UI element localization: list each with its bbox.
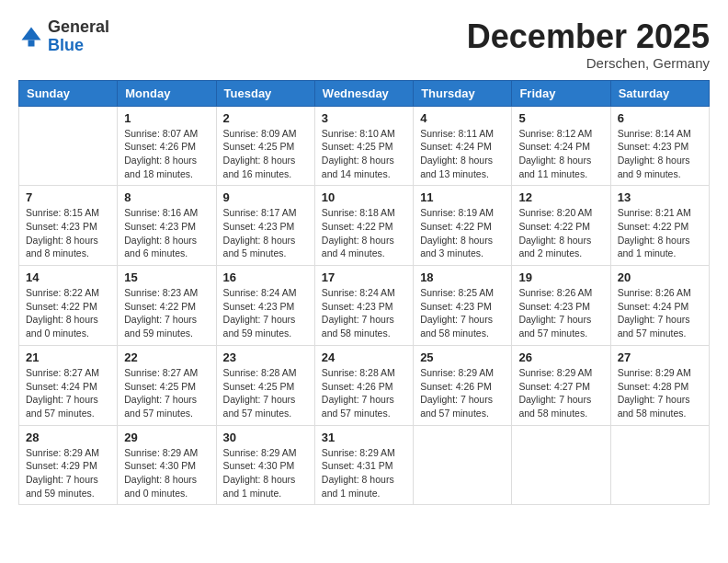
calendar-cell: 16Sunrise: 8:24 AM Sunset: 4:23 PM Dayli…	[216, 266, 314, 346]
day-info: Sunrise: 8:28 AM Sunset: 4:25 PM Dayligh…	[223, 366, 308, 420]
calendar-cell	[414, 425, 512, 505]
calendar-cell: 10Sunrise: 8:18 AM Sunset: 4:22 PM Dayli…	[314, 186, 413, 266]
calendar-cell: 29Sunrise: 8:29 AM Sunset: 4:30 PM Dayli…	[118, 425, 216, 505]
weekday-header-tuesday: Tuesday	[216, 80, 314, 106]
calendar-cell	[610, 425, 709, 505]
day-number: 19	[518, 270, 603, 284]
month-title: December 2025	[467, 18, 710, 55]
day-info: Sunrise: 8:20 AM Sunset: 4:22 PM Dayligh…	[518, 206, 603, 260]
calendar-week-row: 7Sunrise: 8:15 AM Sunset: 4:23 PM Daylig…	[19, 186, 710, 266]
day-info: Sunrise: 8:07 AM Sunset: 4:26 PM Dayligh…	[124, 127, 209, 181]
calendar-cell: 26Sunrise: 8:29 AM Sunset: 4:27 PM Dayli…	[512, 345, 610, 425]
day-number: 1	[124, 111, 209, 125]
day-info: Sunrise: 8:10 AM Sunset: 4:25 PM Dayligh…	[322, 127, 406, 181]
day-number: 4	[420, 111, 505, 125]
calendar-cell: 30Sunrise: 8:29 AM Sunset: 4:30 PM Dayli…	[216, 425, 314, 505]
page-header: General Blue December 2025 Derschen, Ger…	[18, 18, 710, 71]
calendar-cell: 20Sunrise: 8:26 AM Sunset: 4:24 PM Dayli…	[610, 266, 709, 346]
calendar-cell: 22Sunrise: 8:27 AM Sunset: 4:25 PM Dayli…	[118, 345, 216, 425]
weekday-header-thursday: Thursday	[414, 80, 512, 106]
weekday-header-saturday: Saturday	[610, 80, 709, 106]
day-info: Sunrise: 8:09 AM Sunset: 4:25 PM Dayligh…	[223, 127, 308, 181]
day-info: Sunrise: 8:29 AM Sunset: 4:30 PM Dayligh…	[223, 446, 308, 500]
day-info: Sunrise: 8:28 AM Sunset: 4:26 PM Dayligh…	[322, 366, 406, 420]
calendar-cell: 7Sunrise: 8:15 AM Sunset: 4:23 PM Daylig…	[19, 186, 118, 266]
day-number: 21	[26, 350, 110, 364]
day-info: Sunrise: 8:14 AM Sunset: 4:23 PM Dayligh…	[618, 127, 702, 181]
calendar-cell	[19, 106, 118, 186]
calendar-cell: 3Sunrise: 8:10 AM Sunset: 4:25 PM Daylig…	[314, 106, 413, 186]
day-info: Sunrise: 8:26 AM Sunset: 4:23 PM Dayligh…	[518, 286, 603, 340]
day-info: Sunrise: 8:15 AM Sunset: 4:23 PM Dayligh…	[26, 206, 110, 260]
day-info: Sunrise: 8:17 AM Sunset: 4:23 PM Dayligh…	[223, 206, 308, 260]
day-number: 6	[618, 111, 702, 125]
location: Derschen, Germany	[467, 55, 710, 71]
day-number: 22	[124, 350, 209, 364]
day-number: 16	[223, 270, 308, 284]
day-info: Sunrise: 8:16 AM Sunset: 4:23 PM Dayligh…	[124, 206, 209, 260]
calendar-cell: 1Sunrise: 8:07 AM Sunset: 4:26 PM Daylig…	[118, 106, 216, 186]
day-info: Sunrise: 8:29 AM Sunset: 4:27 PM Dayligh…	[518, 366, 603, 420]
day-info: Sunrise: 8:24 AM Sunset: 4:23 PM Dayligh…	[322, 286, 406, 340]
logo: General Blue	[18, 18, 109, 55]
calendar-cell: 14Sunrise: 8:22 AM Sunset: 4:22 PM Dayli…	[19, 266, 118, 346]
day-number: 18	[420, 270, 505, 284]
day-number: 7	[26, 190, 110, 204]
day-number: 20	[618, 270, 702, 284]
day-number: 25	[420, 350, 505, 364]
day-info: Sunrise: 8:27 AM Sunset: 4:24 PM Dayligh…	[26, 366, 110, 420]
calendar-cell: 9Sunrise: 8:17 AM Sunset: 4:23 PM Daylig…	[216, 186, 314, 266]
calendar-cell	[512, 425, 610, 505]
day-number: 31	[322, 431, 406, 444]
weekday-header-wednesday: Wednesday	[314, 80, 413, 106]
logo-blue: Blue	[48, 36, 84, 54]
day-number: 30	[223, 431, 308, 444]
day-number: 2	[223, 111, 308, 125]
day-number: 5	[518, 111, 603, 125]
day-number: 23	[223, 350, 308, 364]
weekday-header-friday: Friday	[512, 80, 610, 106]
calendar-cell: 21Sunrise: 8:27 AM Sunset: 4:24 PM Dayli…	[19, 345, 118, 425]
day-number: 29	[124, 431, 209, 444]
calendar-cell: 12Sunrise: 8:20 AM Sunset: 4:22 PM Dayli…	[512, 186, 610, 266]
title-area: December 2025 Derschen, Germany	[467, 18, 710, 71]
logo-general: General	[48, 17, 109, 36]
calendar-cell: 19Sunrise: 8:26 AM Sunset: 4:23 PM Dayli…	[512, 266, 610, 346]
day-number: 9	[223, 190, 308, 204]
day-info: Sunrise: 8:25 AM Sunset: 4:23 PM Dayligh…	[420, 286, 505, 340]
svg-marker-0	[22, 27, 41, 40]
calendar: SundayMondayTuesdayWednesdayThursdayFrid…	[18, 80, 710, 506]
day-number: 14	[26, 270, 110, 284]
day-number: 24	[322, 350, 406, 364]
day-info: Sunrise: 8:29 AM Sunset: 4:28 PM Dayligh…	[618, 366, 702, 420]
calendar-cell: 6Sunrise: 8:14 AM Sunset: 4:23 PM Daylig…	[610, 106, 709, 186]
calendar-cell: 31Sunrise: 8:29 AM Sunset: 4:31 PM Dayli…	[314, 425, 413, 505]
calendar-cell: 18Sunrise: 8:25 AM Sunset: 4:23 PM Dayli…	[414, 266, 512, 346]
calendar-week-row: 14Sunrise: 8:22 AM Sunset: 4:22 PM Dayli…	[19, 266, 710, 346]
logo-icon	[18, 24, 44, 50]
day-info: Sunrise: 8:29 AM Sunset: 4:30 PM Dayligh…	[124, 446, 209, 500]
day-info: Sunrise: 8:19 AM Sunset: 4:22 PM Dayligh…	[420, 206, 505, 260]
day-info: Sunrise: 8:23 AM Sunset: 4:22 PM Dayligh…	[124, 286, 209, 340]
day-info: Sunrise: 8:26 AM Sunset: 4:24 PM Dayligh…	[618, 286, 702, 340]
day-info: Sunrise: 8:12 AM Sunset: 4:24 PM Dayligh…	[518, 127, 603, 181]
calendar-week-row: 28Sunrise: 8:29 AM Sunset: 4:29 PM Dayli…	[19, 425, 710, 505]
calendar-cell: 8Sunrise: 8:16 AM Sunset: 4:23 PM Daylig…	[118, 186, 216, 266]
calendar-cell: 11Sunrise: 8:19 AM Sunset: 4:22 PM Dayli…	[414, 186, 512, 266]
day-number: 26	[518, 350, 603, 364]
day-number: 15	[124, 270, 209, 284]
calendar-cell: 13Sunrise: 8:21 AM Sunset: 4:22 PM Dayli…	[610, 186, 709, 266]
calendar-cell: 23Sunrise: 8:28 AM Sunset: 4:25 PM Dayli…	[216, 345, 314, 425]
day-info: Sunrise: 8:27 AM Sunset: 4:25 PM Dayligh…	[124, 366, 209, 420]
day-number: 12	[518, 190, 603, 204]
day-number: 8	[124, 190, 209, 204]
day-info: Sunrise: 8:18 AM Sunset: 4:22 PM Dayligh…	[322, 206, 406, 260]
calendar-cell: 25Sunrise: 8:29 AM Sunset: 4:26 PM Dayli…	[414, 345, 512, 425]
day-number: 27	[618, 350, 702, 364]
day-info: Sunrise: 8:21 AM Sunset: 4:22 PM Dayligh…	[618, 206, 702, 260]
calendar-cell: 2Sunrise: 8:09 AM Sunset: 4:25 PM Daylig…	[216, 106, 314, 186]
day-number: 3	[322, 111, 406, 125]
day-info: Sunrise: 8:22 AM Sunset: 4:22 PM Dayligh…	[26, 286, 110, 340]
calendar-cell: 17Sunrise: 8:24 AM Sunset: 4:23 PM Dayli…	[314, 266, 413, 346]
day-number: 11	[420, 190, 505, 204]
